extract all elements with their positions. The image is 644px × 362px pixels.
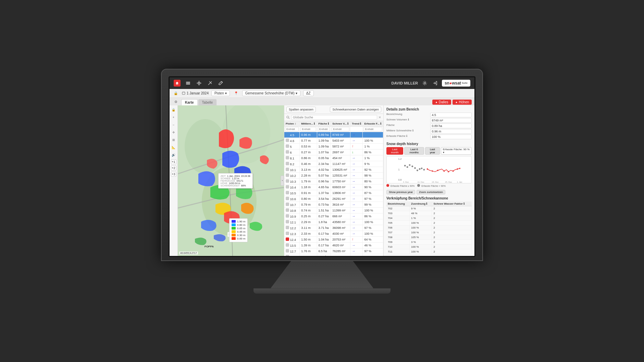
svg-text:11. Dez: 11. Dez <box>417 181 424 183</box>
filter-erfasste[interactable] <box>363 127 382 131</box>
filter-flache[interactable] <box>318 127 330 131</box>
settings-small-icon[interactable]: ⚙ <box>172 99 179 105</box>
filter-pisten[interactable] <box>285 127 299 131</box>
tools-icon[interactable] <box>207 80 213 87</box>
hohen-button[interactable]: ▲ Höhen <box>453 100 472 105</box>
table-row[interactable]: 5 0.53 m 1.09 ha 5872 m² ↑ 1 % <box>284 143 383 149</box>
layers-icon[interactable] <box>185 80 191 87</box>
spalten-anpassen-btn[interactable]: Spalten anpassen <box>286 107 316 112</box>
pisten-dropdown[interactable]: Pisten ▾ <box>211 90 230 96</box>
search-clear-icon[interactable]: ✕ <box>379 116 381 119</box>
zoom-reset-btn[interactable]: Zoom zurücksetzen <box>417 190 445 194</box>
verkn-table-row: 7029 %2 <box>386 206 472 211</box>
crosshair-icon[interactable]: ✛ <box>171 129 177 135</box>
chart-svg: 1.2 1 0.8 4. Dez 11. Dez <box>387 156 471 183</box>
measurement-dropdown[interactable]: Gemessene Schneehöhe (DTM) ▾ <box>242 90 300 96</box>
monitor-base <box>253 288 391 294</box>
detail-grid: Bezeichnung 4.5 Schnee Volumen ℹ 8749 m²… <box>386 113 472 139</box>
dalles-button[interactable]: ▲ Dalles <box>432 100 451 105</box>
tab-karte[interactable]: Karte <box>181 99 198 105</box>
svg-point-34 <box>411 165 413 167</box>
zoom-3-btn[interactable]: +3 <box>171 172 176 177</box>
table-row[interactable]: 12.4 1.50 m 1.04 ha 20753 m² ↑ 64 % <box>284 236 383 242</box>
search-input[interactable] <box>291 115 377 120</box>
col-trend[interactable]: Trend ℹ <box>350 121 363 127</box>
zoom-2-btn[interactable]: +2 <box>171 166 176 170</box>
show-previous-year-btn[interactable]: Show previous year <box>386 190 415 194</box>
map-tooltip: ZEIT 1 Jan. 2024, 19:24:38 SCHNEE 1.22 m… <box>218 173 253 189</box>
tab-bar: ⚙ Karte Tabelle ▲ Dalles ▲ <box>170 98 474 105</box>
table-row[interactable]: 13.5 1.39 m 0.17 ha 4620 m² → 46 % <box>284 242 383 248</box>
logout-icon[interactable] <box>432 80 438 87</box>
filter-mittlere[interactable] <box>300 127 316 131</box>
table-row[interactable]: 4.6 0.77 m 1.09 ha 5403 m² → 100 % <box>284 138 383 143</box>
svg-point-45 <box>453 170 454 171</box>
table-row[interactable]: 10.8 0.74 m 1.51 ha 11399 m² → 100 % <box>284 207 383 213</box>
last-month-btn[interactable]: Last month <box>386 147 403 155</box>
svg-point-35 <box>414 167 416 169</box>
col-pisten[interactable]: Pisten ↕ <box>284 121 300 127</box>
layers-sidebar-icon[interactable]: ⊞ <box>171 137 177 143</box>
map-area[interactable]: FOPPA Standard ZEIT 1 Jan. 2024, 19:24:3… <box>178 105 284 256</box>
table-row[interactable]: 10.6 0.80 m 3.54 ha 26291 m² → 97 % <box>284 196 383 202</box>
chart-legend: Erfasste Fläche ≥ 90% Erfasste Fläche < … <box>386 184 472 187</box>
col-schnee[interactable]: Schnee V... ℹ <box>331 121 350 127</box>
plus-icon[interactable]: + <box>171 114 177 120</box>
zoom-1-btn[interactable]: +1 <box>171 159 176 164</box>
table-row[interactable]: 10.1 3.13 m 4.02 ha 130625 m² → 92 % <box>284 167 383 172</box>
svg-point-43 <box>443 170 445 171</box>
erfasste-flache-dropdown[interactable]: Erfasste Fläche: 90 % ▾ <box>441 147 472 155</box>
svg-text:4. Dez: 4. Dez <box>403 181 409 183</box>
audio-icon[interactable]: 🔊 <box>171 152 177 158</box>
svg-rect-1 <box>186 83 190 83</box>
left-sidebar: 🔒 + − ✛ ⊞ 📐 🔊 +1 +2 +3 <box>170 105 178 256</box>
chart-area: 1.2 1 0.8 4. Dez 11. Dez <box>386 156 472 183</box>
table-row[interactable]: 10.4 1.18 m 4.65 ha 60603 m² → 90 % <box>284 184 383 190</box>
table-row[interactable]: 12.8 0.97 m 1.13 ha 11212 m² → 100 % <box>284 254 383 256</box>
snowsat-logo: sn●wsat Suite <box>442 80 470 87</box>
lock-sidebar-icon[interactable]: 🔒 <box>171 107 177 113</box>
collapse-panel-btn[interactable]: › <box>281 176 284 186</box>
location-pin-icon[interactable]: 📍 <box>233 90 239 96</box>
table-row[interactable]: 8.1 0.86 m 0.05 ha 454 m² → 1 % <box>284 155 383 161</box>
verkn-table-row: 70348 %2 <box>386 211 472 216</box>
col-flache[interactable]: Fläche ℹ <box>317 121 331 127</box>
delta-z-btn[interactable]: ΔZ <box>303 90 314 96</box>
svg-point-18 <box>287 116 289 118</box>
svg-point-32 <box>407 166 408 168</box>
table-row[interactable]: 10.3 1.79 m 0.96 ha 17750 m² → 80 % <box>284 178 383 184</box>
chart-controls: Last month Last 6 months Last year Erfas… <box>386 147 472 155</box>
svg-point-47 <box>459 168 460 169</box>
table-row[interactable]: 6 0.27 m 1.07 ha 2697 m² ↓ 86 % <box>284 149 383 155</box>
table-row[interactable]: 10.2 2.28 m 5.07 ha 125531 m² → 98 % <box>284 172 383 178</box>
table-row[interactable]: 10.7 0.79 m 0.73 ha 3616 m² → 99 % <box>284 202 383 207</box>
minus-icon[interactable]: − <box>171 122 177 128</box>
last-year-btn[interactable]: Last year <box>425 147 439 155</box>
measure-icon[interactable]: 📐 <box>171 144 177 151</box>
table-row[interactable]: 12.2 3.11 m 3.71 ha 36098 m² → 97 % <box>284 225 383 231</box>
home-icon[interactable] <box>174 80 181 87</box>
lock-icon[interactable]: 🔒 <box>172 90 179 96</box>
action-buttons: ▲ Dalles ▲ Höhen <box>432 100 472 105</box>
detail-flache: 0.89 ha <box>430 124 472 128</box>
edit-icon[interactable] <box>218 80 224 87</box>
svg-point-37 <box>419 168 421 170</box>
table-row[interactable]: 12.1 2.29 m 1.8 ha 43580 m² → 100 % <box>284 219 383 225</box>
svg-point-39 <box>423 169 425 170</box>
table-row[interactable]: 12.7 1.76 m 6.5 ha 76285 m² → 97 % <box>284 248 383 254</box>
last-6-months-btn[interactable]: Last 6 months <box>404 147 424 155</box>
verkn-table-row: 708105 %2 <box>386 235 472 240</box>
user-name-label: DAVID MILLER <box>392 81 418 85</box>
tab-tabelle[interactable]: Tabelle <box>198 99 217 105</box>
table-row[interactable]: 12.3 2.33 m 0.17 ha 4030 m² → 100 % <box>284 231 383 236</box>
col-mittlere[interactable]: Mittlere... ℹ <box>300 121 317 127</box>
table-row[interactable]: 8.2 0.46 m 2.34 ha 11147 m² → 9 % <box>284 161 383 167</box>
schneekannonen-btn[interactable]: Schneekannonen Daten anzeigen <box>330 107 381 112</box>
table-row[interactable]: 10.9 0.25 m 0.27 ha 666 m² → 86 % <box>284 213 383 219</box>
settings-gear-icon[interactable] <box>421 80 428 87</box>
settings-icon[interactable] <box>196 80 202 87</box>
table-row[interactable]: 4.5 0.96 m 0.89 ha 8749 m² → <box>284 132 383 138</box>
filter-schnee[interactable] <box>332 127 349 131</box>
col-erfasste[interactable]: Erfasste F... ℹ <box>363 121 383 127</box>
table-row[interactable]: 10.5 0.91 m 1.37 ha 13806 m² → 87 % <box>284 190 383 196</box>
